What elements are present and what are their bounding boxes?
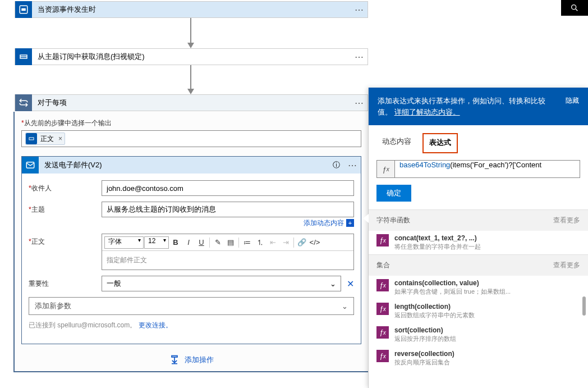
importance-label: 重要性 (29, 276, 102, 289)
size-select[interactable]: 12 (144, 236, 169, 249)
panel-header: 添加表达式来执行基本操作，例如访问、转换和比较值。 详细了解动态内容。 隐藏 (369, 88, 588, 125)
link-btn[interactable]: 🔗 (296, 236, 308, 249)
add-action-button[interactable]: 添加操作 (21, 344, 361, 371)
outdent-btn[interactable]: ⇤ (267, 236, 279, 249)
fx-icon: ƒx (376, 160, 394, 178)
service-bus-icon (15, 48, 32, 65)
trigger-step[interactable]: 当资源事件发生时 ⋯ (15, 1, 368, 18)
subject-input[interactable] (102, 202, 354, 217)
bullets-btn[interactable]: ≔ (241, 236, 253, 249)
step2-title: 从主题订阅中获取消息(扫视锁定) (32, 52, 351, 62)
editor-toolbar: 字体 12 B I U ✎ ▤ ≔ ⒈ ⇤ ⇥ (102, 234, 353, 251)
loop-icon (15, 94, 32, 111)
add-dynamic-link[interactable]: 添加动态内容 (304, 219, 344, 227)
hide-panel[interactable]: 隐藏 (566, 95, 579, 106)
body-token[interactable]: 正文 × (25, 133, 65, 145)
fx-badge-icon: ƒx (376, 350, 389, 362)
email-menu[interactable]: ⋯ (344, 160, 361, 171)
flow-arrow (185, 18, 196, 48)
chevron-down-icon: ⌄ (342, 302, 348, 311)
see-more-string[interactable]: 查看更多 (553, 216, 580, 225)
fx-contains[interactable]: ƒx contains(collection, value)如果字典包含键，则返… (369, 276, 588, 299)
svg-line-1 (576, 9, 577, 11)
fx-badge-icon: ƒx (376, 326, 389, 339)
scrollbar-thumb[interactable] (582, 296, 586, 316)
highlight-btn[interactable]: ▤ (224, 236, 237, 249)
plus-icon: + (346, 219, 354, 227)
outputs-label: *从先前的步骤中选择一个输出 (21, 118, 361, 128)
color-btn[interactable]: ✎ (212, 236, 224, 249)
fx-concat[interactable]: ƒx concat(text_1, text_2?, ...)将任意数量的字符串… (369, 231, 588, 254)
indent-btn[interactable]: ⇥ (279, 236, 292, 249)
info-icon[interactable]: ⓘ (328, 160, 344, 170)
to-input[interactable] (102, 180, 354, 196)
fx-badge-icon: ƒx (376, 234, 389, 247)
numbers-btn[interactable]: ⒈ (254, 236, 266, 249)
flow-arrow-2 (185, 65, 196, 94)
get-messages-step[interactable]: 从主题订阅中获取消息(扫视锁定) ⋯ (15, 48, 368, 65)
fx-badge-icon: ƒx (376, 303, 389, 315)
trigger-title: 当资源事件发生时 (32, 4, 351, 15)
svg-rect-3 (21, 8, 26, 11)
svg-marker-9 (187, 89, 194, 94)
expression-panel: 添加表达式来执行基本操作，例如访问、转换和比较值。 详细了解动态内容。 隐藏 动… (368, 88, 588, 388)
add-parameter[interactable]: 添加新参数 ⌄ (29, 297, 354, 315)
underline-btn[interactable]: U (195, 236, 208, 249)
foreach-body: *从先前的步骤中选择一个输出 正文 × 发送电子邮件(V2) ⓘ ⋯ *收件人 … (13, 112, 369, 372)
outputs-input[interactable]: 正文 × (21, 130, 361, 147)
fx-badge-icon: ƒx (376, 279, 389, 291)
body-editor: 字体 12 B I U ✎ ▤ ≔ ⒈ ⇤ ⇥ (102, 234, 354, 270)
clear-importance[interactable]: ✕ (347, 279, 354, 289)
category-collection: 集合 查看更多 (369, 254, 588, 276)
search-button[interactable] (561, 0, 588, 16)
body-label: *正文 (29, 234, 102, 247)
tab-dynamic-content[interactable]: 动态内容 (376, 133, 417, 153)
panel-tabs: 动态内容 表达式 (369, 125, 588, 153)
font-select[interactable]: 字体 (104, 236, 144, 249)
foreach-step[interactable]: 对于每项 ⋯ (15, 94, 368, 111)
trigger-menu[interactable]: ⋯ (351, 4, 368, 15)
bold-btn[interactable]: B (169, 236, 182, 249)
chevron-down-icon: ⌄ (330, 280, 336, 288)
send-email-header[interactable]: 发送电子邮件(V2) ⓘ ⋯ (22, 157, 361, 174)
token-icon (26, 133, 37, 144)
svg-rect-10 (29, 138, 34, 140)
italic-btn[interactable]: I (182, 236, 195, 249)
step2-menu[interactable]: ⋯ (351, 52, 368, 62)
ok-button[interactable]: 确定 (376, 185, 411, 202)
send-email-step: 发送电子邮件(V2) ⓘ ⋯ *收件人 *主题 添加动态内容+ *正文 (21, 156, 361, 344)
expression-input-row: ƒx base64ToString(items('For_each')?['Co… (376, 160, 580, 178)
svg-point-0 (572, 5, 576, 10)
panel-pointer (363, 214, 369, 223)
fx-length[interactable]: ƒx length(collection)返回数组或字符串中的元素数 (369, 299, 588, 323)
tab-expression[interactable]: 表达式 (422, 133, 458, 153)
fx-sort[interactable]: ƒx sort(collection)返回按升序排序的数组 (369, 323, 588, 346)
change-connection-link[interactable]: 更改连接。 (139, 321, 172, 329)
event-grid-icon (15, 1, 32, 18)
outlook-icon (22, 157, 39, 174)
foreach-menu[interactable]: ⋯ (351, 98, 368, 108)
email-title: 发送电子邮件(V2) (39, 160, 328, 170)
svg-rect-12 (172, 356, 177, 358)
category-string: 字符串函数 查看更多 (369, 209, 588, 231)
connection-status: 已连接到 spelluru@microsoft.com。 更改连接。 (29, 321, 354, 330)
subject-label: *主题 (29, 202, 102, 214)
expression-input[interactable]: base64ToString(items('For_each')?['Conte… (394, 160, 580, 178)
body-textarea[interactable]: 指定邮件正文 (102, 251, 353, 270)
importance-select[interactable]: 一般 ⌄ (102, 276, 341, 291)
svg-marker-5 (187, 43, 194, 48)
learn-more-link[interactable]: 详细了解动态内容。 (394, 108, 460, 116)
fx-reverse[interactable]: ƒx reverse(collection)按反向顺序返回集合 (369, 346, 588, 370)
code-btn[interactable]: </> (309, 236, 321, 249)
foreach-title: 对于每项 (32, 98, 351, 108)
to-label: *收件人 (29, 180, 102, 193)
see-more-collection[interactable]: 查看更多 (553, 261, 580, 270)
token-remove[interactable]: × (58, 135, 62, 143)
